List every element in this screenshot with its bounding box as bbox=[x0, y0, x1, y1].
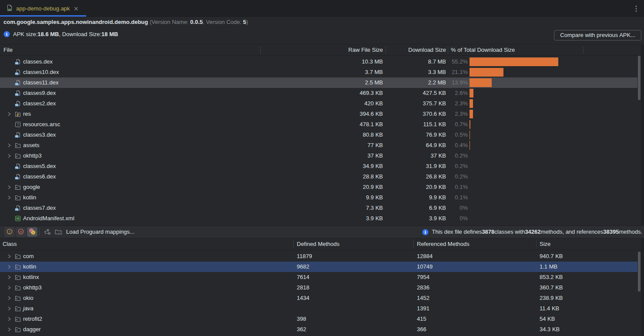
download-pct-bar-fill bbox=[470, 57, 558, 66]
apk-header: com.google.samples.apps.nowinandroid.dem… bbox=[0, 17, 644, 44]
download-pct: 2.3% bbox=[407, 98, 468, 109]
class-row[interactable]: okhttp3 2818 2836 360.7 KB bbox=[0, 282, 637, 293]
download-pct-bar bbox=[470, 78, 631, 87]
download-pct-bar bbox=[470, 214, 631, 223]
download-size-value: 18 MB bbox=[101, 31, 118, 37]
file-row[interactable]: 01 classes.dex 10.3 MB 8.7 MB 55.2% bbox=[0, 57, 637, 67]
expand-nodes-button[interactable] bbox=[43, 228, 51, 237]
chevron-right-icon[interactable] bbox=[7, 111, 12, 117]
more-options-icon[interactable] bbox=[633, 5, 640, 14]
column-divider[interactable] bbox=[293, 240, 294, 249]
defined-methods: 1434 bbox=[297, 293, 309, 303]
close-icon[interactable] bbox=[74, 7, 78, 11]
show-fields-toggle[interactable]: f bbox=[4, 227, 15, 237]
class-size: 238.9 KB bbox=[540, 293, 563, 303]
column-divider[interactable] bbox=[583, 46, 584, 54]
column-divider[interactable] bbox=[413, 240, 414, 249]
file-row[interactable]: 01 classes7.dex 7.3 KB 6.9 KB 0% bbox=[0, 203, 637, 213]
show-methods-toggle[interactable]: m bbox=[16, 227, 26, 237]
folder-pkg-icon bbox=[14, 142, 21, 149]
download-pct-bar-fill bbox=[470, 131, 470, 139]
referenced-methods: 7954 bbox=[417, 272, 429, 282]
file-row[interactable]: kotlin 9.9 KB 9.9 KB 0.1% bbox=[0, 192, 637, 203]
apk-size-label: APK size: bbox=[13, 31, 37, 37]
file-name: classes5.dex bbox=[23, 161, 56, 171]
file-row[interactable]: 01 classes6.dex 28.8 KB 26.8 KB 0.2% bbox=[0, 171, 637, 182]
download-pct-bar bbox=[470, 120, 631, 129]
svg-text:01: 01 bbox=[15, 83, 18, 85]
class-size: 54 KB bbox=[540, 314, 555, 324]
chevron-right-icon[interactable] bbox=[7, 195, 12, 200]
file-row[interactable]: 01 classes5.dex 34.9 KB 31.9 KB 0.2% bbox=[0, 161, 637, 171]
version-name-value: 0.0.5 bbox=[190, 19, 203, 25]
dex-info-part: classes with bbox=[494, 226, 525, 238]
column-class[interactable]: Class bbox=[3, 239, 17, 249]
load-proguard-mappings-link[interactable]: Load Proguard mappings... bbox=[66, 226, 134, 238]
compare-with-previous-apk-button[interactable]: Compare with previous APK... bbox=[554, 30, 641, 40]
chevron-right-icon[interactable] bbox=[7, 327, 12, 332]
file-row[interactable]: 01 classes2.dex 420 KB 375.7 KB 2.3% bbox=[0, 98, 637, 109]
file-row[interactable]: assets 77 KB 64.9 KB 0.4% bbox=[0, 140, 637, 151]
class-row[interactable]: okio 1434 1452 238.9 KB bbox=[0, 293, 637, 303]
class-name: dagger bbox=[23, 324, 40, 335]
apk-file-icon bbox=[6, 4, 13, 13]
class-row[interactable]: dagger 362 366 34.3 KB bbox=[0, 324, 637, 335]
file-row[interactable]: 01 classes10.dex 3.7 MB 3.3 MB 21.1% bbox=[0, 67, 637, 77]
file-row[interactable]: res 394.6 KB 370.6 KB 2.3% bbox=[0, 109, 637, 119]
chevron-right-icon[interactable] bbox=[7, 153, 12, 158]
download-pct-bar bbox=[470, 204, 631, 212]
info-icon: i bbox=[3, 31, 10, 37]
file-row[interactable]: ? resources.arsc 478.1 KB 115.1 KB 0.7% bbox=[0, 119, 637, 130]
column-defined-methods[interactable]: Defined Methods bbox=[297, 239, 339, 249]
chevron-right-icon[interactable] bbox=[7, 254, 12, 259]
fields-toggle-icon: f bbox=[6, 228, 13, 236]
class-row[interactable]: java 1391 11.4 KB bbox=[0, 303, 637, 314]
chevron-right-icon[interactable] bbox=[7, 185, 12, 190]
class-row[interactable]: retrofit2 398 415 54 KB bbox=[0, 314, 637, 324]
chevron-right-icon bbox=[7, 70, 12, 75]
chevron-right-icon[interactable] bbox=[7, 285, 12, 290]
chevron-right-icon[interactable] bbox=[7, 296, 12, 301]
package-name: com.google.samples.apps.nowinandroid.dem… bbox=[3, 19, 148, 25]
file-row[interactable]: 01 classes11.dex 2.5 MB 2.2 MB 13.9% bbox=[0, 77, 637, 88]
file-row[interactable]: 01 classes3.dex 80.8 KB 76.9 KB 0.5% bbox=[0, 130, 637, 140]
chevron-right-icon[interactable] bbox=[7, 316, 12, 322]
file-row[interactable]: M AndroidManifest.xml 3.9 KB 3.9 KB 0% bbox=[0, 213, 637, 224]
class-table-scrollbar[interactable] bbox=[638, 252, 641, 292]
chevron-right-icon[interactable] bbox=[7, 264, 12, 269]
file-row[interactable]: google 20.9 KB 20.9 KB 0.1% bbox=[0, 182, 637, 192]
column-download-size[interactable]: Download Size bbox=[368, 45, 446, 55]
editor-tab-bar: app-demo-debug.apk bbox=[0, 0, 644, 17]
column-pct-of-total-download-size[interactable]: % of Total Download Size bbox=[451, 45, 515, 55]
dex-icon: 01 bbox=[14, 69, 21, 76]
column-size[interactable]: Size bbox=[540, 239, 550, 249]
column-divider[interactable] bbox=[260, 46, 261, 54]
column-file[interactable]: File bbox=[3, 45, 13, 55]
column-divider[interactable] bbox=[386, 46, 386, 54]
show-all-toggle[interactable]: mf bbox=[27, 227, 37, 237]
download-pct-bar-fill bbox=[470, 89, 473, 97]
column-divider[interactable] bbox=[536, 240, 537, 249]
chevron-right-icon[interactable] bbox=[7, 275, 12, 280]
class-row[interactable]: com 11879 12884 940.7 KB bbox=[0, 251, 637, 262]
defined-methods: 398 bbox=[297, 314, 306, 324]
download-pct-bar bbox=[470, 141, 631, 150]
file-table-scrollbar[interactable] bbox=[638, 56, 641, 100]
file-row[interactable]: okhttp3 37 KB 37 KB 0.2% bbox=[0, 151, 637, 161]
class-size: 940.7 KB bbox=[540, 251, 563, 262]
download-pct: 0% bbox=[407, 203, 468, 213]
column-referenced-methods[interactable]: Referenced Methods bbox=[417, 239, 470, 249]
svg-text:01: 01 bbox=[15, 177, 18, 179]
class-row[interactable]: kotlin 9682 10749 1.1 MB bbox=[0, 262, 637, 272]
chevron-right-icon[interactable] bbox=[7, 306, 12, 311]
class-name: java bbox=[23, 303, 34, 314]
svg-text:i: i bbox=[425, 230, 426, 235]
defined-methods: 9682 bbox=[297, 262, 309, 272]
show-package-names-button[interactable]: a.b bbox=[54, 228, 63, 237]
file-row[interactable]: 01 classes9.dex 469.3 KB 427.5 KB 2.6% bbox=[0, 88, 637, 98]
file-name: google bbox=[23, 182, 40, 192]
column-divider[interactable] bbox=[448, 46, 448, 54]
class-row[interactable]: kotlinx 7614 7954 853.2 KB bbox=[0, 272, 637, 282]
chevron-right-icon[interactable] bbox=[7, 143, 12, 148]
tab-apk-file[interactable]: app-demo-debug.apk bbox=[0, 0, 86, 17]
